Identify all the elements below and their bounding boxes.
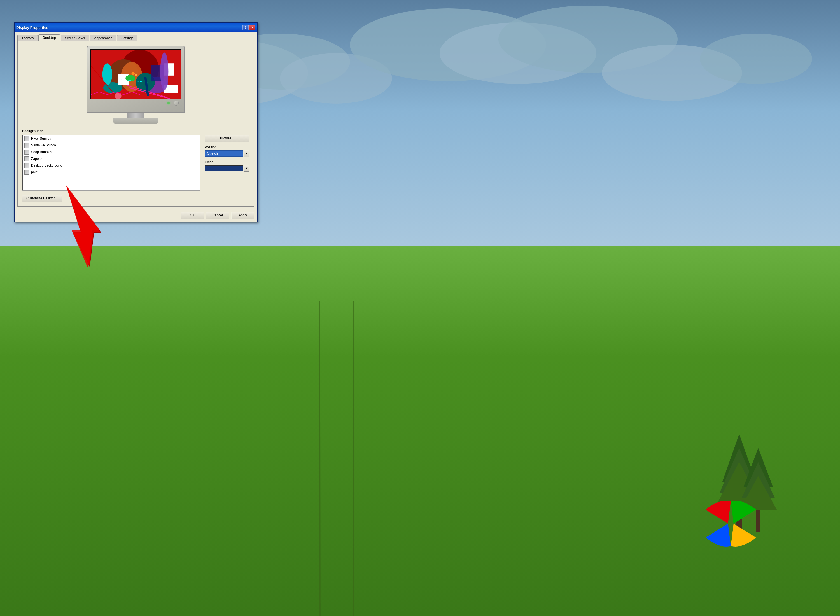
tab-appearance[interactable]: Appearance xyxy=(90,35,116,41)
monitor-bezel xyxy=(87,45,185,113)
background-list[interactable]: River Sumida Santa Fe Stucco Soap Bubble… xyxy=(22,135,200,191)
winxp-logo xyxy=(700,493,762,554)
item-icon xyxy=(24,170,29,175)
color-label: Color: xyxy=(205,160,249,164)
item-icon xyxy=(24,163,29,168)
monitor-stand-neck xyxy=(128,113,144,118)
customize-desktop-button[interactable]: Customize Desktop... xyxy=(22,195,62,202)
list-item[interactable]: Santa Fe Stucco xyxy=(23,142,199,149)
monitor-outer xyxy=(87,45,185,124)
customize-btn-row: Customize Desktop... xyxy=(22,195,249,202)
monitor-preview xyxy=(22,45,249,124)
browse-button[interactable]: Browse... xyxy=(205,135,249,142)
position-field: Position: Stretch ▼ xyxy=(205,145,249,157)
help-button[interactable]: ? xyxy=(242,25,249,30)
item-icon xyxy=(24,156,29,161)
grass-track-right xyxy=(353,301,354,616)
svg-point-35 xyxy=(131,72,135,75)
color-dropdown-arrow-icon[interactable]: ▼ xyxy=(244,165,249,172)
monitor-screen xyxy=(90,49,182,100)
monitor-led xyxy=(167,102,170,104)
list-item[interactable]: paint xyxy=(23,169,199,176)
list-item[interactable]: Zapotec xyxy=(23,155,199,162)
ok-button[interactable]: OK xyxy=(181,212,204,219)
tabs-area: Themes Desktop Screen Saver Appearance S… xyxy=(15,32,257,41)
svg-point-33 xyxy=(160,52,168,91)
monitor-art xyxy=(91,50,180,98)
list-item[interactable]: River Sumida xyxy=(23,135,199,142)
position-dropdown[interactable]: Stretch ▼ xyxy=(205,150,249,157)
tab-themes[interactable]: Themes xyxy=(18,35,38,41)
background-list-container: River Sumida Santa Fe Stucco Soap Bubble… xyxy=(22,135,200,191)
list-item[interactable]: Soap Bubbles xyxy=(23,149,199,155)
titlebar-buttons: ? ✕ xyxy=(242,25,255,30)
item-icon xyxy=(24,143,29,148)
apply-button[interactable]: Apply xyxy=(231,212,254,219)
item-icon xyxy=(24,150,29,155)
monitor-stand-base xyxy=(113,118,158,124)
background-controls: Browse... Position: Stretch ▼ Color: ▼ xyxy=(205,135,249,172)
tab-screen-saver[interactable]: Screen Saver xyxy=(61,35,89,41)
color-picker[interactable]: ▼ xyxy=(205,165,249,172)
list-item[interactable]: Desktop Background xyxy=(23,162,199,169)
tab-settings[interactable]: Settings xyxy=(117,35,138,41)
item-icon xyxy=(24,136,29,141)
color-swatch xyxy=(205,165,243,172)
position-value: Stretch xyxy=(205,150,243,157)
desktop-tab-content: Background: River Sumida Santa Fe Stucco… xyxy=(18,41,254,207)
bottom-buttons: OK Cancel Apply xyxy=(15,210,257,222)
position-label: Position: xyxy=(205,145,249,149)
background-row: River Sumida Santa Fe Stucco Soap Bubble… xyxy=(22,135,249,191)
display-properties-dialog: Display Properties ? ✕ Themes Desktop Sc… xyxy=(14,22,258,222)
close-button[interactable]: ✕ xyxy=(249,25,255,30)
titlebar: Display Properties ? ✕ xyxy=(15,23,257,32)
color-field: Color: ▼ xyxy=(205,160,249,172)
svg-point-36 xyxy=(135,73,137,76)
cancel-button[interactable]: Cancel xyxy=(206,212,229,219)
svg-point-7 xyxy=(700,34,812,84)
grass-track-left xyxy=(319,301,321,616)
monitor-power-button xyxy=(174,101,179,106)
dialog-title: Display Properties xyxy=(16,25,48,30)
dropdown-arrow-icon[interactable]: ▼ xyxy=(244,150,249,157)
tab-desktop[interactable]: Desktop xyxy=(38,34,60,41)
background-label: Background: xyxy=(22,129,249,133)
